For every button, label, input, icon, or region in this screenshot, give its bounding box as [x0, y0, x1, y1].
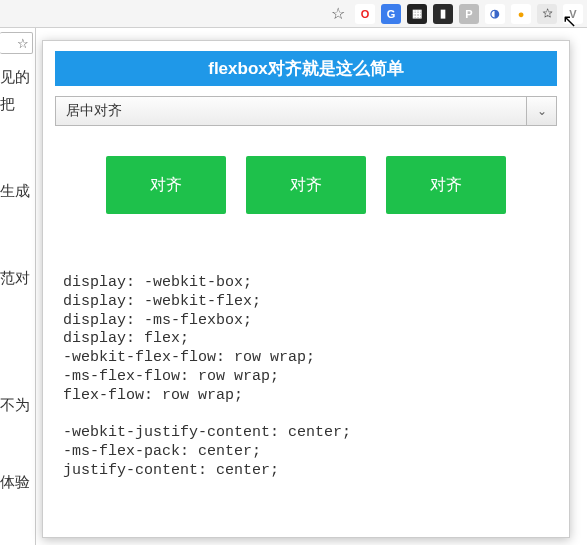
- extension-popup: flexbox对齐就是这么简单 居中对齐 ⌄ 对齐 对齐 对齐 display:…: [42, 40, 570, 538]
- alignment-select-value[interactable]: 居中对齐: [55, 96, 527, 126]
- side-text: 把: [0, 91, 35, 118]
- demo-button[interactable]: 对齐: [246, 156, 366, 214]
- side-text: 见的: [0, 64, 35, 91]
- translate-icon[interactable]: G: [381, 4, 401, 24]
- moon-icon[interactable]: ◑: [485, 4, 505, 24]
- demo-button[interactable]: 对齐: [106, 156, 226, 214]
- generated-css-code: display: -webkit-box; display: -webkit-f…: [55, 274, 557, 480]
- side-text: 生成: [0, 178, 35, 205]
- alignment-select[interactable]: 居中对齐 ⌄: [55, 96, 557, 126]
- opera-icon[interactable]: O: [355, 4, 375, 24]
- v-icon[interactable]: V: [563, 4, 583, 24]
- demo-button[interactable]: 对齐: [386, 156, 506, 214]
- qr-icon[interactable]: ▦: [407, 4, 427, 24]
- ext-star-icon[interactable]: ✩: [537, 4, 557, 24]
- side-text: 体验: [0, 469, 35, 496]
- address-bar-fragment[interactable]: ☆: [0, 32, 33, 54]
- circle-icon[interactable]: ●: [511, 4, 531, 24]
- p-icon[interactable]: P: [459, 4, 479, 24]
- browser-toolbar: ☆ O G ▦ ▮ P ◑ ● ✩ V ↖: [0, 0, 587, 28]
- side-text: 不为: [0, 392, 35, 419]
- bookmark-star-icon[interactable]: ☆: [331, 4, 345, 23]
- chevron-down-icon[interactable]: ⌄: [527, 96, 557, 126]
- cat-icon[interactable]: ▮: [433, 4, 453, 24]
- side-text: 范对: [0, 265, 35, 292]
- page-left-fragment: ☆ 见的 把 生成 范对 不为 体验: [0, 28, 36, 545]
- popup-title: flexbox对齐就是这么简单: [55, 51, 557, 86]
- flex-demo-area: 对齐 对齐 对齐: [55, 156, 557, 214]
